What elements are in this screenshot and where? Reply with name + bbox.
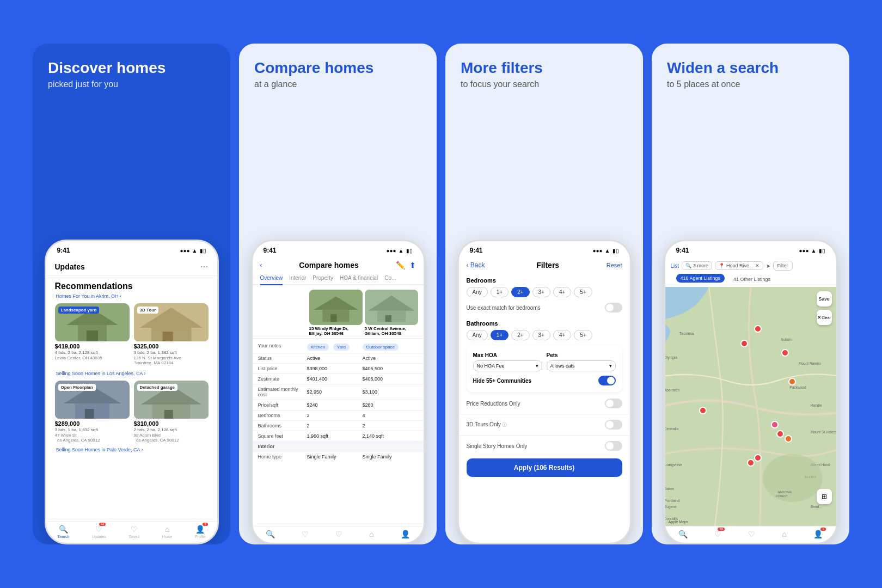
p4-nav-search[interactable]: 🔍: [678, 530, 688, 538]
bath-pill-3[interactable]: 3+: [532, 330, 550, 340]
bath-pill-5[interactable]: 5+: [574, 330, 592, 340]
apply-button[interactable]: Apply (106 Results): [467, 458, 622, 477]
p4-nav-home[interactable]: ⌂: [782, 530, 786, 538]
nav-saved[interactable]: ♡ Saved: [128, 525, 139, 538]
row-list-price: List price $398,000 $405,500: [253, 363, 424, 373]
p4-nav-saved[interactable]: ♡: [748, 530, 755, 538]
map-clear-button[interactable]: ✕ Clear: [817, 310, 832, 325]
home-price-2: $325,000: [134, 343, 209, 350]
3d-tours-row: 3D Tours Only ⓘ: [459, 416, 630, 433]
bed-pill-any[interactable]: Any: [467, 287, 488, 297]
p1-section2-link[interactable]: Selling Soon Homes in Los Angeles, CA ›: [46, 371, 217, 381]
share-icon[interactable]: ⬆: [409, 261, 416, 270]
p1-dots-icon[interactable]: ···: [200, 261, 208, 272]
p1-section1-link[interactable]: Homes For You in Akrim, OH ›: [46, 293, 217, 303]
row-status-label: Status: [258, 356, 307, 361]
bed-pill-4[interactable]: 4+: [553, 287, 571, 297]
map-dot-4[interactable]: [788, 378, 796, 385]
panel-3-header: More filters to focus your search: [445, 44, 643, 98]
svg-rect-15: [164, 410, 173, 419]
map-dot-7[interactable]: [776, 430, 784, 438]
search-icon-map: 🔍: [685, 263, 691, 268]
updates-badge: 44: [99, 523, 106, 526]
heart-icon-4: ♡: [714, 530, 721, 538]
tab-overview[interactable]: Overview: [260, 273, 283, 285]
p4-updates-badge-wrapper: ♡ 26: [714, 530, 721, 538]
map-filter-btn[interactable]: Filter: [773, 261, 793, 271]
tab-co[interactable]: Co...: [384, 273, 396, 284]
map-location-label: Hood Rive...: [726, 263, 754, 268]
panel-2-subtitle: at a glance: [254, 79, 421, 89]
map-dot-6[interactable]: [771, 421, 779, 428]
compare-home-1-name: 15 Windy Ridge Dr,Ellijay, OH 30546: [309, 326, 363, 336]
tab-interior[interactable]: Interior: [289, 273, 306, 284]
filter-back-btn[interactable]: ‹ Back: [467, 261, 485, 269]
home-card-1[interactable]: Landscaped yard $419,000 4 bds, 2 ba, 2,…: [55, 303, 130, 365]
map-dot-2[interactable]: [740, 340, 748, 347]
row-list-price-val2: $405,500: [363, 366, 418, 371]
bed-pill-2[interactable]: 2+: [511, 287, 529, 297]
price-reductions-label: Price Reductions Only: [467, 401, 520, 407]
p2-nav-updates[interactable]: ♡: [302, 530, 309, 538]
nav-profile[interactable]: 👤 1 Profile: [195, 525, 206, 538]
nav-search[interactable]: 🔍 Search: [57, 525, 69, 538]
svg-text:Auburn: Auburn: [780, 338, 792, 341]
bath-pill-1[interactable]: 1+: [491, 330, 509, 340]
home-card-2[interactable]: 3D Tour $325,000 3 bds, 2 ba, 1,382 sqft…: [134, 303, 209, 365]
hoa-chevron-icon: ▾: [536, 363, 538, 369]
map-dot-1[interactable]: [754, 325, 762, 333]
p2-nav-saved[interactable]: ♡: [335, 530, 342, 538]
nav-home[interactable]: ⌂ Home: [162, 525, 173, 538]
wifi-icon: ▲: [192, 248, 198, 254]
home-card-4[interactable]: Detached garage $310,000 2 bds, 2 ba, 2,…: [134, 381, 209, 443]
tab-property[interactable]: Property: [313, 273, 333, 284]
p2-nav-home[interactable]: ⌂: [369, 530, 373, 538]
bed-pill-5[interactable]: 5+: [574, 287, 592, 297]
hide-55-toggle[interactable]: [598, 376, 616, 385]
map-search-bar[interactable]: 🔍 3 more: [682, 261, 712, 270]
single-story-toggle[interactable]: [605, 441, 622, 451]
map-tab-list[interactable]: List: [671, 263, 679, 269]
chevron-right-icon-3: ›: [142, 447, 143, 452]
row-bathrooms-label: Bathrooms: [258, 423, 307, 428]
p2-nav-search[interactable]: 🔍: [266, 530, 275, 538]
edit-icon[interactable]: ✏️: [396, 261, 405, 270]
home-card-3[interactable]: Open Floorplan $289,000 3 bds, 1 ba, 1,8…: [55, 381, 130, 443]
price-reductions-toggle[interactable]: [605, 399, 622, 408]
phone-2: 9:41 ●●● ▲ ▮▯ ‹ Compare homes ✏️ ⬆: [251, 240, 425, 544]
tab-hoa[interactable]: HOA & financial: [340, 273, 378, 284]
map-save-button[interactable]: Save: [817, 291, 832, 307]
p4-nav-updates[interactable]: ♡ 26: [714, 530, 721, 538]
row-price-sqft: Price/sqft $240 $280: [253, 400, 424, 410]
3d-tours-toggle[interactable]: [605, 420, 622, 430]
p1-updates-title: Updates: [55, 262, 85, 271]
row-monthly-cost: Estimated monthly cost $2,950 $3,100: [253, 384, 424, 400]
map-layers-button[interactable]: ⊞: [817, 489, 832, 504]
agent-listings-badge[interactable]: 416 Agent Listings: [676, 274, 725, 283]
pets-select[interactable]: Allows cats ▾: [547, 360, 616, 371]
p1-section3-link[interactable]: Selling Soon Homes in Palo Verde, CA ›: [46, 447, 217, 457]
bath-pill-4[interactable]: 4+: [553, 330, 571, 340]
p2-back-icon[interactable]: ‹: [260, 261, 262, 269]
bath-pill-any[interactable]: Any: [467, 330, 488, 340]
compare-home-2-card: 5 W Central Avenue,Gilliam, OH 30548: [365, 290, 418, 336]
exact-match-toggle[interactable]: [605, 303, 622, 313]
bedrooms-section: Bedrooms Any 1+ 2+ 3+ 4+ 5+: [459, 273, 630, 299]
row-home-type-val2: Single Family: [363, 454, 418, 460]
map-area[interactable]: Tacoma Olympia Aberdeen Centralia Auburn…: [665, 287, 836, 526]
p4-nav-profile[interactable]: 👤 1: [813, 530, 823, 538]
map-location-bar[interactable]: 📍 Hood Rive... ✕: [715, 261, 763, 270]
nav-updates[interactable]: ♡ 44 Updates: [92, 525, 106, 538]
map-dot-5[interactable]: [699, 407, 707, 414]
bath-pill-2[interactable]: 2+: [511, 330, 529, 340]
bed-pill-1[interactable]: 1+: [491, 287, 509, 297]
info-icon: ⓘ: [502, 422, 507, 427]
p2-nav-profile[interactable]: 👤: [401, 530, 410, 538]
bed-pill-3[interactable]: 3+: [532, 287, 550, 297]
map-dot-9[interactable]: [754, 454, 762, 462]
phone-1-status: ●●● ▲ ▮▯: [180, 248, 206, 254]
filter-reset-btn[interactable]: Reset: [607, 262, 622, 268]
panel-2-phone-wrapper: 9:41 ●●● ▲ ▮▯ ‹ Compare homes ✏️ ⬆: [239, 98, 437, 544]
hoa-select[interactable]: No HOA Fee ▾: [473, 360, 542, 371]
panel-discover: Discover homes picked just for you 9:41 …: [33, 44, 230, 544]
